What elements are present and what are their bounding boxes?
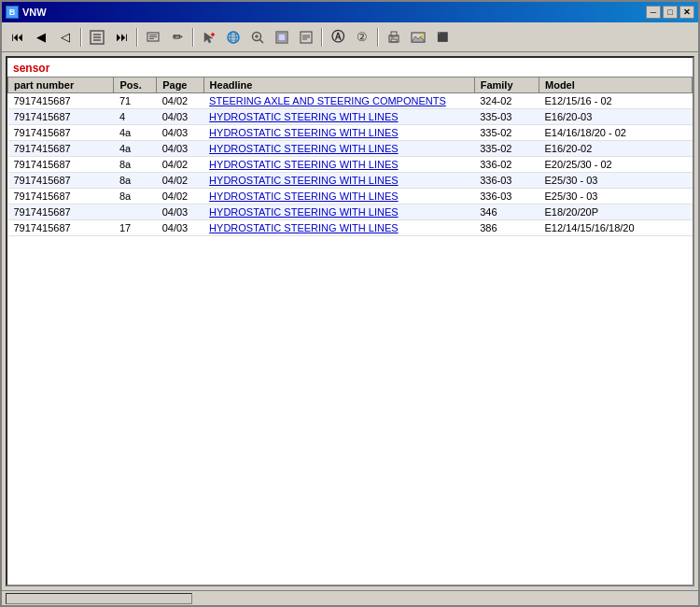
close-button[interactable]: ✕ bbox=[679, 6, 694, 19]
table-cell-family: 346 bbox=[474, 205, 539, 220]
svg-rect-21 bbox=[278, 34, 286, 41]
table-cell-headline[interactable]: HYDROSTATIC STEERING WITH LINES bbox=[203, 220, 474, 236]
table-cell-part_number: 7917415687 bbox=[8, 220, 114, 236]
col-header-part-number: part number bbox=[8, 78, 114, 93]
table-cell-family: 386 bbox=[474, 220, 539, 236]
table-cell-model: E12/14/15/16/18/20 bbox=[539, 220, 693, 236]
table-row: 791741568704/03HYDROSTATIC STEERING WITH… bbox=[8, 205, 693, 220]
title-bar-left: B VNW bbox=[6, 6, 47, 19]
minimize-button[interactable]: ─ bbox=[646, 6, 661, 19]
print-button[interactable] bbox=[383, 26, 405, 49]
page-button-1[interactable] bbox=[271, 26, 293, 49]
col-header-pos: Pos. bbox=[114, 78, 157, 93]
table-cell-model: E25/30 - 03 bbox=[539, 173, 693, 189]
sensor-label: sensor bbox=[7, 58, 693, 77]
first-button[interactable]: ⏮ bbox=[6, 26, 28, 49]
table-cell-pos: 8a bbox=[114, 157, 157, 173]
table-row: 79174156877104/02STEERING AXLE AND STEER… bbox=[8, 93, 693, 109]
title-bar: B VNW ─ □ ✕ bbox=[2, 2, 698, 22]
svg-rect-5 bbox=[149, 35, 157, 35]
table-row: 79174156878a04/02HYDROSTATIC STEERING WI… bbox=[8, 173, 693, 189]
table-header-row: part number Pos. Page Headline Family Mo… bbox=[8, 78, 693, 93]
table-cell-part_number: 7917415687 bbox=[8, 109, 114, 125]
table-cell-pos: 71 bbox=[114, 93, 157, 109]
nav-button-2[interactable]: ⏭ bbox=[110, 26, 133, 49]
table-cell-family: 324-02 bbox=[474, 93, 539, 109]
table-cell-headline[interactable]: HYDROSTATIC STEERING WITH LINES bbox=[203, 125, 474, 141]
table-cell-page: 04/03 bbox=[157, 109, 203, 125]
back-button[interactable]: ◁ bbox=[54, 26, 77, 49]
table-row: 79174156874a04/03HYDROSTATIC STEERING WI… bbox=[8, 125, 693, 141]
table-cell-pos: 4a bbox=[114, 125, 157, 141]
table-row: 79174156874a04/03HYDROSTATIC STEERING WI… bbox=[8, 141, 693, 157]
toolbar: ⏮ ◀ ◁ ⏭ ✏ bbox=[2, 22, 698, 52]
table-cell-part_number: 7917415687 bbox=[8, 173, 114, 189]
page-button-2[interactable] bbox=[295, 26, 317, 49]
table-row: 79174156878a04/02HYDROSTATIC STEERING WI… bbox=[8, 189, 693, 205]
table-cell-page: 04/02 bbox=[157, 189, 203, 205]
window-title: VNW bbox=[22, 7, 47, 18]
table-cell-part_number: 7917415687 bbox=[8, 189, 114, 205]
table-cell-part_number: 7917415687 bbox=[8, 93, 114, 109]
table-cell-part_number: 7917415687 bbox=[8, 125, 114, 141]
table-cell-page: 04/03 bbox=[157, 205, 203, 220]
svg-line-17 bbox=[260, 39, 264, 43]
table-cell-model: E18/20/20P bbox=[539, 205, 693, 220]
search-text-button[interactable]: Ⓐ bbox=[327, 26, 349, 49]
separator-5 bbox=[377, 28, 379, 47]
table-cell-model: E12/15/16 - 02 bbox=[539, 93, 693, 109]
col-header-page: Page bbox=[157, 78, 203, 93]
table-row: 79174156878a04/02HYDROSTATIC STEERING WI… bbox=[8, 157, 693, 173]
globe-button[interactable] bbox=[222, 26, 245, 49]
status-panel bbox=[6, 593, 192, 604]
table-cell-page: 04/03 bbox=[157, 220, 203, 236]
table-cell-headline[interactable]: HYDROSTATIC STEERING WITH LINES bbox=[203, 109, 474, 125]
nav-button-1[interactable] bbox=[86, 26, 108, 49]
table-cell-part_number: 7917415687 bbox=[8, 141, 114, 157]
print-preview-button[interactable] bbox=[142, 26, 164, 49]
results-table: part number Pos. Page Headline Family Mo… bbox=[7, 77, 693, 236]
table-cell-page: 04/03 bbox=[157, 141, 203, 157]
svg-rect-6 bbox=[149, 36, 157, 37]
table-cell-headline[interactable]: HYDROSTATIC STEERING WITH LINES bbox=[203, 141, 474, 157]
search-num-button[interactable]: ② bbox=[351, 26, 373, 49]
table-cell-pos: 17 bbox=[114, 220, 157, 236]
table-cell-headline[interactable]: HYDROSTATIC STEERING WITH LINES bbox=[203, 173, 474, 189]
table-cell-page: 04/03 bbox=[157, 125, 203, 141]
table-cell-pos: 8a bbox=[114, 173, 157, 189]
svg-rect-7 bbox=[149, 38, 154, 39]
table-cell-model: E14/16/18/20 - 02 bbox=[539, 125, 693, 141]
table-cell-family: 335-02 bbox=[474, 125, 539, 141]
table-cell-part_number: 7917415687 bbox=[8, 157, 114, 173]
image-button[interactable] bbox=[407, 26, 429, 49]
table-cell-family: 335-02 bbox=[474, 141, 539, 157]
table-cell-model: E16/20-03 bbox=[539, 109, 693, 125]
table-cell-model: E20/25/30 - 02 bbox=[539, 157, 693, 173]
table-cell-family: 336-02 bbox=[474, 157, 539, 173]
zoom-button[interactable] bbox=[246, 26, 269, 49]
table-cell-family: 335-03 bbox=[474, 109, 539, 125]
table-cell-headline[interactable]: HYDROSTATIC STEERING WITH LINES bbox=[203, 157, 474, 173]
status-bar bbox=[2, 590, 698, 605]
content-area: sensor part number Pos. Page Headline Fa… bbox=[6, 56, 694, 586]
edit-button[interactable]: ✏ bbox=[166, 26, 189, 49]
separator-1 bbox=[80, 28, 82, 47]
maximize-button[interactable]: □ bbox=[663, 6, 678, 19]
cursor-button[interactable] bbox=[198, 26, 220, 49]
prev-button[interactable]: ◀ bbox=[30, 26, 52, 49]
table-cell-headline[interactable]: STEERING AXLE AND STEERING COMPONENTS bbox=[203, 93, 474, 109]
separator-2 bbox=[136, 28, 138, 47]
table-cell-headline[interactable]: HYDROSTATIC STEERING WITH LINES bbox=[203, 205, 474, 220]
main-window: B VNW ─ □ ✕ ⏮ ◀ ◁ ⏭ bbox=[0, 0, 700, 607]
separator-3 bbox=[192, 28, 194, 47]
table-cell-page: 04/02 bbox=[157, 93, 203, 109]
app-icon: B bbox=[6, 6, 19, 19]
table-cell-page: 04/02 bbox=[157, 173, 203, 189]
table-cell-headline[interactable]: HYDROSTATIC STEERING WITH LINES bbox=[203, 189, 474, 205]
table-cell-model: E25/30 - 03 bbox=[539, 189, 693, 205]
col-header-model: Model bbox=[539, 78, 693, 93]
separator-4 bbox=[321, 28, 323, 47]
stop-button[interactable]: ⬛ bbox=[431, 26, 454, 49]
table-cell-part_number: 7917415687 bbox=[8, 205, 114, 220]
svg-point-32 bbox=[421, 34, 424, 36]
